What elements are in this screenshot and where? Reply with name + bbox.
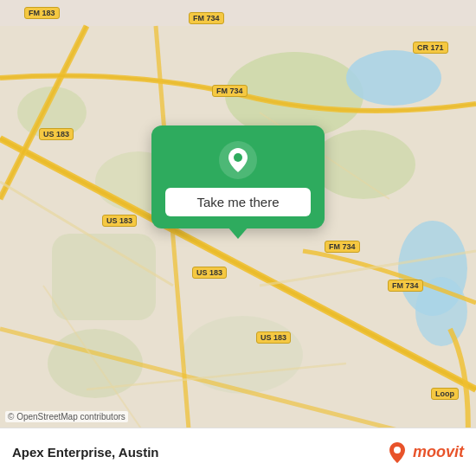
location-pin-icon xyxy=(219,141,257,179)
road-label-cr171: CR 171 xyxy=(413,42,448,54)
popup-card: Take me there xyxy=(151,125,325,228)
road-label-fm734-far-right: FM 734 xyxy=(388,280,423,292)
bottom-bar: Apex Enterprise, Austin moovit xyxy=(0,428,476,476)
moovit-pin-icon xyxy=(385,441,409,465)
svg-point-8 xyxy=(346,50,441,106)
road-label-fm734-top-left: FM 183 xyxy=(24,7,60,19)
svg-point-10 xyxy=(415,277,467,346)
map-container: FM 734FM 734FM 734FM 734US 183US 183US 1… xyxy=(0,0,476,476)
location-name: Apex Enterprise, Austin xyxy=(12,445,159,460)
svg-point-24 xyxy=(394,447,401,453)
map-attribution: © OpenStreetMap contributors xyxy=(5,411,128,422)
road-label-fm734-mid: FM 734 xyxy=(212,85,248,97)
road-label-fm734-top: FM 734 xyxy=(189,12,224,24)
take-me-there-button[interactable]: Take me there xyxy=(165,188,311,216)
road-label-us183-mid-left: US 183 xyxy=(102,215,137,227)
svg-point-5 xyxy=(182,316,303,394)
road-label-us183-center: US 183 xyxy=(192,267,227,279)
moovit-logo: moovit xyxy=(385,441,464,465)
moovit-brand-name: moovit xyxy=(413,443,464,461)
svg-rect-3 xyxy=(52,234,156,320)
road-label-fm734-right: FM 734 xyxy=(325,241,360,253)
road-label-us183-left: US 183 xyxy=(39,128,74,140)
svg-point-23 xyxy=(234,153,242,162)
svg-point-2 xyxy=(312,130,415,199)
road-label-us183-lower: US 183 xyxy=(256,331,291,344)
location-info: Apex Enterprise, Austin xyxy=(12,445,159,460)
road-label-loop-bottom: Loop xyxy=(431,388,459,400)
